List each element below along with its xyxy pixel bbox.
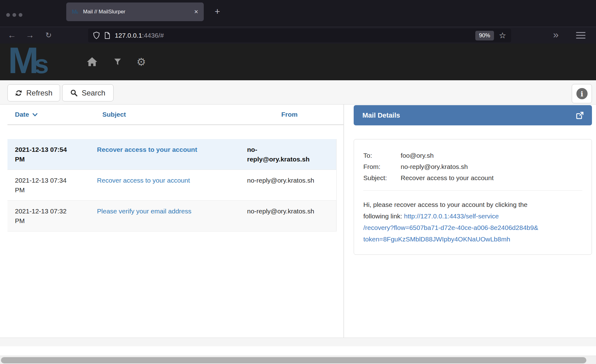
window-dot-icon [12,13,16,17]
tab-title: Mail // MailSlurper [83,9,194,15]
to-label: To: [363,150,401,161]
mail-details-header: Mail Details [354,105,592,125]
back-button[interactable]: ← [6,27,18,44]
home-icon[interactable] [83,44,101,80]
mail-row-selected[interactable]: 2021-12-13 07:54 PM Recover access to yo… [7,139,336,170]
mailslurper-logo: Ms [8,44,49,80]
url-bar[interactable]: 127.0.0.1:4436/# 90% ☆ [88,29,511,42]
tab-close-icon[interactable]: × [194,8,198,16]
subject-label: Subject: [363,172,401,184]
mail-subject-link[interactable]: Recover access to your account [97,146,197,153]
mail-subject-link[interactable]: Recover access to your account [97,177,190,184]
search-icon [70,89,78,97]
body-text-line1: Hi, please recover access to your accoun… [363,201,528,208]
page-icon[interactable] [104,32,110,39]
subject-value: Recover access to your account [401,172,494,184]
mail-from: no-reply@ory.kratos.sh [242,139,336,170]
panel-divider [343,105,344,346]
mail-row[interactable]: 2021-12-13 07:32 PM Please verify your e… [7,201,336,231]
forward-button[interactable]: → [24,27,36,44]
mailslurper-favicon-icon: Ms [72,8,80,16]
date-column-label: Date [15,111,29,118]
window-controls[interactable] [6,13,22,17]
mail-list-header: Date Subject From [7,105,343,125]
search-button[interactable]: Search [62,84,114,101]
mail-details-card: To: foo@ory.sh From: no-reply@ory.kratos… [354,139,592,255]
column-header-date[interactable]: Date [7,111,87,118]
filter-icon[interactable] [109,44,126,80]
url-text: 127.0.0.1:4436/# [115,32,164,39]
sort-descending-icon [32,113,38,117]
info-button[interactable]: i [572,84,592,103]
browser-tab-mailslurper[interactable]: Ms Mail // MailSlurper × [66,2,204,21]
details-divider [363,190,582,191]
bottom-gray-strip [0,338,596,346]
bookmark-star-icon[interactable]: ☆ [499,31,506,40]
mail-row[interactable]: 2021-12-13 07:34 PM Recover access to yo… [7,170,336,201]
refresh-button[interactable]: Refresh [7,84,60,101]
mail-date: 2021-12-13 07:34 PM [7,170,87,200]
from-value: no-reply@ory.kratos.sh [401,161,468,172]
screen: Ms Mail // MailSlurper × + ← → ↻ 127.0.0… [0,0,596,364]
to-value: foo@ory.sh [401,150,434,161]
list-toolbar: Refresh Search [0,80,596,105]
column-header-subject[interactable]: Subject [87,111,242,118]
body-text-line2: following link: [363,212,404,220]
reload-button[interactable]: ↻ [42,27,55,44]
from-label: From: [363,161,401,172]
overflow-chevrons-icon[interactable]: » [553,29,558,40]
bottom-white-strip [0,346,596,356]
window-dot-icon [6,13,10,17]
refresh-label: Refresh [26,89,52,97]
mail-from: no-reply@ory.kratos.sh [242,170,336,200]
horizontal-scrollbar-thumb[interactable] [1,357,586,363]
menu-hamburger-icon[interactable] [576,32,585,40]
new-tab-button[interactable]: + [215,6,220,17]
mail-body: Hi, please recover access to your accoun… [363,199,582,245]
column-header-from[interactable]: From [242,111,337,118]
mail-details-title: Mail Details [362,111,575,119]
mail-from: no-reply@ory.kratos.sh [242,201,336,231]
horizontal-scrollbar[interactable] [0,356,596,364]
mail-date: 2021-12-13 07:54 PM [7,139,87,170]
window-dot-icon [19,13,22,17]
mail-date: 2021-12-13 07:32 PM [7,201,87,231]
shield-icon[interactable] [93,32,100,39]
mail-subject-link[interactable]: Please verify your email address [97,208,191,215]
navigation-toolbar: ← → ↻ 127.0.0.1:4436/# 90% ☆ » [0,27,596,44]
mailslurper-header: Ms ⚙ [0,44,596,80]
external-link-icon[interactable] [575,111,584,120]
refresh-icon [15,89,22,97]
info-icon: i [576,88,588,99]
mail-list: 2021-12-13 07:54 PM Recover access to yo… [7,139,337,231]
settings-gear-icon[interactable]: ⚙ [133,44,150,80]
zoom-level-badge[interactable]: 90% [475,31,494,40]
search-label: Search [81,89,105,97]
tab-bar: Ms Mail // MailSlurper × + [0,0,596,27]
